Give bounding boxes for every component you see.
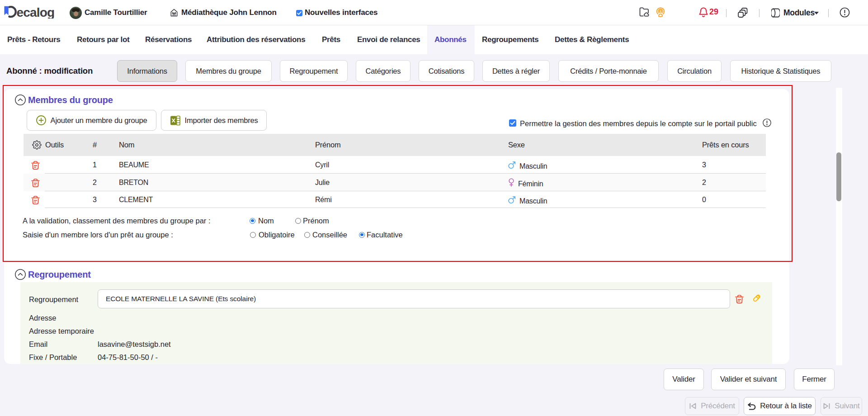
svg-text:ecalog: ecalog (17, 6, 55, 19)
